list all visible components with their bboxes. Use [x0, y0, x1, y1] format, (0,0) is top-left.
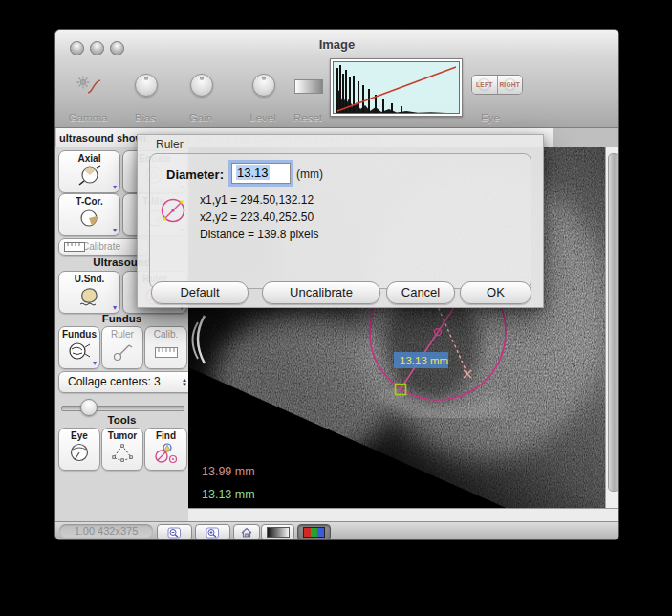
window-chrome: Image	[55, 30, 618, 128]
status-bar: 1.00 432x375	[55, 521, 618, 540]
horizontal-scrollbar[interactable]	[188, 508, 618, 522]
diameter-circle-icon	[158, 195, 188, 230]
eye-label: Eye	[462, 112, 519, 123]
section-fundus: Fundus	[55, 313, 188, 324]
ok-button[interactable]: OK	[460, 281, 531, 304]
tumor-tool-label: Tumor	[102, 430, 142, 441]
histogram-plot	[333, 61, 460, 114]
eye-right-button[interactable]: RIGHT	[497, 76, 523, 94]
dialog-title: Ruler	[156, 138, 184, 151]
chevron-down-icon: ▾	[113, 227, 117, 234]
caption-visible-text: ultrasound showi	[59, 132, 146, 143]
gamma-icon[interactable]	[75, 74, 103, 100]
chevron-down-icon: ▾	[113, 184, 117, 191]
ruler-icon	[154, 341, 179, 363]
tumor-tool-button[interactable]: Tumor	[101, 428, 143, 471]
axial-button[interactable]: Axial ▾	[58, 150, 120, 193]
eye-tool-button[interactable]: Eye	[58, 428, 100, 471]
readout-pink: 13.99 mm	[202, 465, 255, 478]
axial-label: Axial	[59, 153, 119, 164]
eye-tool-label: Eye	[59, 430, 99, 441]
fundus-eye-icon	[66, 341, 93, 363]
default-button[interactable]: Default	[151, 281, 249, 304]
section-tools: Tools	[55, 414, 188, 426]
rgb-swatch-icon	[303, 527, 325, 538]
find-tool-icon	[153, 442, 180, 465]
collage-centers-select[interactable]: Collage centers: 3 ▲▼	[58, 371, 194, 393]
fundus-ruler-button[interactable]: Ruler	[101, 326, 143, 369]
probe-ruler-icon	[110, 341, 135, 363]
eye-left-button[interactable]: LEFT	[472, 76, 497, 94]
collage-centers-label: Collage centers: 3	[68, 375, 161, 388]
axial-eye-icon	[76, 165, 103, 187]
reset-button[interactable]	[294, 79, 323, 94]
gain-label: Gain	[172, 112, 229, 123]
stepper-arrows-icon: ▲▼	[182, 372, 187, 392]
readout-green: 13.13 mm	[202, 488, 255, 501]
color-mode-button[interactable]	[297, 524, 331, 540]
t-cor-label: T-Cor.	[59, 196, 119, 207]
diameter-value: 13.13	[236, 165, 270, 180]
gain-knob[interactable]	[190, 74, 213, 97]
fundus-ruler-label: Ruler	[102, 329, 142, 340]
level-knob[interactable]	[252, 74, 275, 97]
diameter-label: Diameter:	[166, 167, 224, 182]
grayscale-mode-button[interactable]	[261, 524, 294, 540]
home-view-button[interactable]	[233, 524, 260, 540]
distance-line: Distance = 139.8 pixels	[200, 228, 318, 241]
bias-label: Bias	[117, 112, 174, 123]
zoom-out-button[interactable]	[157, 524, 192, 540]
vertical-scrollbar[interactable]	[605, 147, 619, 508]
histogram[interactable]	[330, 58, 463, 117]
calibrate-button[interactable]: Calibrate	[58, 238, 149, 256]
usnd-button[interactable]: U.Snd. ▾	[58, 271, 120, 314]
zoom-size-status: 1.00 432x375	[59, 524, 153, 538]
fundus-button[interactable]: Fundus ▾	[58, 326, 100, 369]
ruler-icon	[64, 242, 85, 253]
eye-tool-icon	[67, 442, 92, 465]
magnifier-plus-icon	[206, 527, 220, 539]
cancel-button[interactable]: Cancel	[386, 281, 455, 304]
ruler-dialog: Ruler Diameter: 13.13 (mm) x1,y1 = 294.5…	[137, 134, 544, 308]
coords-line1: x1,y1 = 294.50,132.12	[200, 193, 314, 207]
vertical-scroll-thumb[interactable]	[608, 153, 619, 492]
find-tool-label: Find	[145, 430, 186, 441]
fundus-calib-button[interactable]: Calib.	[144, 326, 187, 369]
eye-left-label: LEFT	[472, 76, 497, 94]
chevron-down-icon: ▾	[93, 360, 97, 367]
ultrasound-eye-icon	[76, 285, 103, 308]
chevron-down-icon: ▾	[113, 304, 117, 312]
coords-line2: x2,y2 = 223.40,252.50	[200, 210, 314, 224]
tumor-tool-icon	[110, 442, 135, 465]
zoom-in-button[interactable]	[195, 524, 230, 540]
diameter-input[interactable]: 13.13	[231, 163, 291, 184]
find-tool-button[interactable]: Find	[144, 428, 187, 471]
fundus-calib-label: Calib.	[145, 329, 186, 340]
home-icon	[241, 527, 252, 538]
measure-label: 13.13 mm	[400, 355, 448, 366]
usnd-label: U.Snd.	[59, 274, 119, 284]
uncalibrate-button[interactable]: Uncalibrate	[262, 281, 380, 304]
grayscale-swatch-icon	[267, 527, 290, 538]
fundus-label: Fundus	[59, 329, 99, 340]
magnifier-minus-icon	[167, 527, 182, 539]
t-cor-eye-icon	[76, 208, 103, 231]
t-cor-button[interactable]: T-Cor. ▾	[58, 193, 120, 236]
reset-label: Reset	[279, 112, 336, 123]
bias-knob[interactable]	[135, 74, 158, 97]
eye-right-label: RIGHT	[498, 76, 523, 94]
eye-segmented-control: LEFT RIGHT	[471, 75, 523, 95]
diameter-unit-label: (mm)	[296, 167, 323, 181]
gamma-label: Gamma	[59, 112, 117, 123]
window-title: Image	[55, 37, 618, 52]
